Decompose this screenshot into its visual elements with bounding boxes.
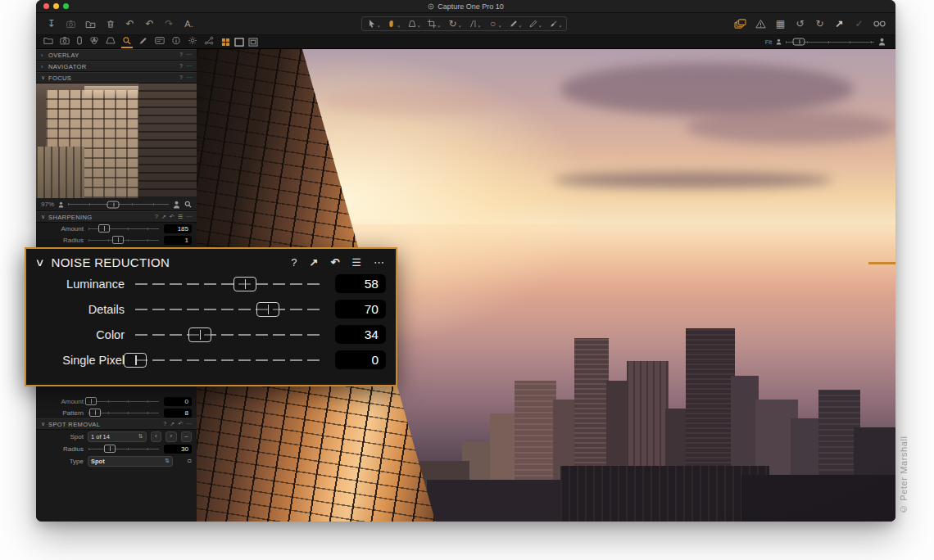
chevron-down-icon[interactable]: ∨ [41,75,48,81]
rotate-ccw-icon[interactable]: ↺ [795,19,805,29]
tab-annotations[interactable] [154,35,165,48]
caret-icon[interactable]: ▾ [539,24,542,29]
type-select[interactable]: Spot ⇅ [88,456,173,467]
more-icon[interactable]: ⋯ [186,75,192,81]
viewer-zoom-handle[interactable] [793,38,805,46]
slider-value[interactable]: 0 [335,350,386,369]
proof-glasses-icon[interactable] [873,20,886,28]
caret-icon[interactable]: ▾ [560,24,562,29]
crop-tool[interactable]: ▾ [427,19,440,29]
slider-value[interactable]: 8 [164,409,192,418]
help-icon[interactable]: ? [291,257,297,269]
tab-adjustments[interactable] [187,35,198,48]
slider-value[interactable]: 0 [164,397,192,406]
panel-overlay-header[interactable]: › OVERLAY ?⋯ [36,49,197,61]
slider-track[interactable] [88,399,159,404]
export-icon[interactable] [85,19,96,29]
viewer-browser-view-icon[interactable] [248,38,258,47]
check-icon[interactable]: ✓ [854,19,864,29]
pointer-tool[interactable]: ▾ [367,19,380,29]
chevron-down-icon[interactable]: ∨ [41,214,48,220]
erase-mask-tool[interactable]: ▾ [528,19,542,29]
slider-handle[interactable] [234,277,256,291]
caret-icon[interactable]: ▾ [519,24,522,29]
tab-color[interactable] [88,35,100,48]
close-button[interactable] [43,3,49,9]
chevron-right-icon[interactable]: › [41,64,48,70]
preset-menu-icon[interactable]: ☰ [351,257,361,269]
browser-toggle-icon[interactable] [734,19,746,29]
tab-output[interactable] [203,35,215,48]
draw-mask-tool[interactable]: ▾ [509,19,522,29]
slider-track[interactable] [88,446,159,452]
panel-sharpening-header[interactable]: ∨ SHARPENING ? ↗ ↶ ☰ ⋯ [36,211,197,223]
tab-local-adjustments[interactable] [138,35,149,48]
copy-icon[interactable]: ↗ [170,421,175,427]
copy-icon[interactable]: ↗ [310,257,319,269]
slider-track[interactable] [135,327,324,342]
preset-menu-icon[interactable]: ☰ [178,214,183,220]
undo-icon[interactable]: ↶ [144,19,155,29]
caret-icon[interactable]: ▾ [378,24,380,29]
slider-handle[interactable] [124,353,147,368]
noise-reduction-header[interactable]: ∨ NOISE REDUCTION ? ↗ ↶ ☰ ⋯ [26,249,396,271]
straighten-tool[interactable]: ▾ [469,19,481,29]
panel-focus-header[interactable]: ∨ FOCUS ?⋯ [36,72,197,84]
more-icon[interactable]: ⋯ [186,52,192,58]
exposure-warning-icon[interactable] [755,19,766,29]
keystone-tool[interactable]: ▾ [407,19,420,29]
spot-select[interactable]: 1 of 14 ⇅ [88,431,147,442]
more-icon[interactable]: ⋯ [186,421,192,427]
spot-prev-button[interactable]: ‹ [151,431,161,442]
tab-tether[interactable] [75,35,84,48]
help-icon[interactable]: ? [179,75,183,81]
reset-icon[interactable]: ↶ [178,421,183,427]
focus-zoom-slider[interactable] [68,201,169,207]
tab-metadata[interactable] [170,35,182,48]
trash-icon[interactable] [105,19,116,29]
slider-handle[interactable] [85,397,97,405]
reset-adjustments-icon[interactable]: ↶ [125,19,135,29]
help-icon[interactable]: ? [163,421,166,427]
tab-details-active[interactable] [121,35,133,48]
spot-delete-button[interactable]: – [181,431,192,442]
spot-circle-icon[interactable]: ○ [187,457,192,465]
slider-value[interactable]: 34 [335,325,386,344]
slider-track[interactable] [88,226,159,232]
tab-capture[interactable] [59,35,70,48]
slider-handle[interactable] [89,409,101,417]
viewer-view-icon[interactable] [234,38,244,47]
import-icon[interactable]: ↧ [46,19,57,29]
panel-navigator-header[interactable]: › NAVIGATOR ?⋯ [36,61,197,72]
slider-value[interactable]: 70 [335,300,386,318]
gradient-mask-tool[interactable]: ▾ [549,19,562,29]
redo-icon[interactable]: ↷ [164,19,175,29]
reset-icon[interactable]: ↶ [330,257,339,269]
slider-track[interactable] [88,410,159,416]
annotate-icon[interactable]: A. [184,19,194,29]
more-icon[interactable]: ⋯ [186,214,192,220]
slider-value[interactable]: 30 [164,445,192,454]
grid-view-icon[interactable] [221,38,230,47]
slider-handle[interactable] [104,445,116,453]
panel-spot-removal-header[interactable]: ∨ SPOT REMOVAL ? ↗ ↶ ⋯ [36,418,197,430]
chevron-down-icon[interactable]: ∨ [35,256,45,269]
minimize-button[interactable] [53,3,59,9]
tab-lens[interactable] [105,35,116,48]
caret-icon[interactable]: ▾ [397,24,400,29]
pick-focus-point-icon[interactable] [184,201,192,208]
rotate-cw-icon[interactable]: ↻ [814,19,825,29]
process-icon[interactable]: ↗ [834,19,845,29]
help-icon[interactable]: ? [155,214,158,220]
help-icon[interactable]: ? [179,52,183,58]
more-icon[interactable]: ⋯ [186,63,192,70]
slider-value[interactable]: 185 [164,224,192,233]
pan-tool-active[interactable]: ▾ [387,19,400,29]
slider-handle[interactable] [256,302,279,317]
copy-icon[interactable]: ↗ [161,214,166,220]
caret-icon[interactable]: ▾ [478,24,481,29]
slider-handle[interactable] [188,327,211,342]
zoom-button[interactable] [63,3,69,9]
help-icon[interactable]: ? [179,63,183,70]
focus-preview[interactable] [36,84,197,198]
